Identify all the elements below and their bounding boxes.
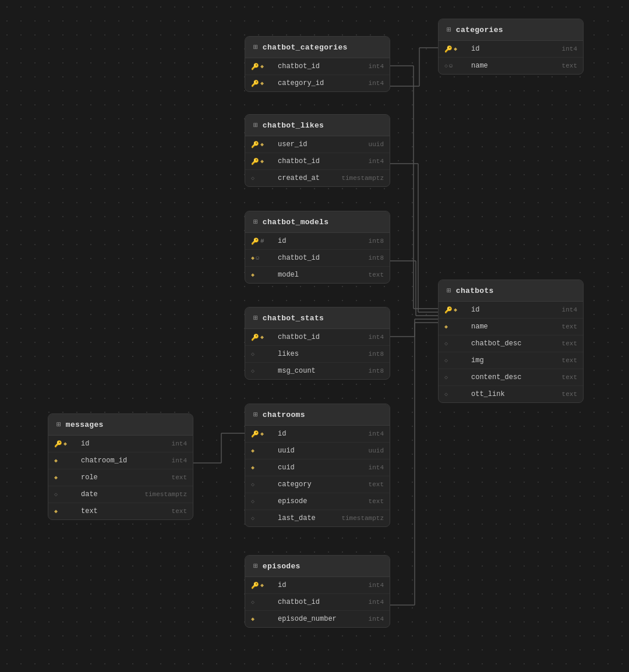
table-header-episodes: ⊞ episodes — [245, 556, 390, 577]
row-icons: ◆ — [251, 271, 274, 278]
diamond-outline-icon: ◇ — [251, 351, 255, 358]
field-type: int4 — [172, 457, 187, 464]
face-icon: ☺ — [256, 255, 259, 261]
table-row: ◇ img text — [439, 352, 583, 369]
row-icons: ◆ — [251, 616, 274, 623]
diamond-icon: ◆ — [251, 254, 255, 261]
diamond-icon: ◆ — [444, 323, 448, 330]
diamond-icon: ◆ — [54, 508, 58, 515]
diamond-outline-icon: ◇ — [251, 599, 255, 606]
field-type: timestamptz — [144, 491, 187, 498]
diamond-icon: ◆ — [454, 306, 457, 313]
table-chatbot-models: ⊞ chatbot_models 🔑 # id int8 ◆ ☺ chatbot… — [245, 211, 390, 284]
field-type: int4 — [369, 582, 384, 589]
field-type: int4 — [562, 45, 577, 52]
field-type: text — [562, 340, 577, 347]
row-icons: ◆ — [251, 447, 274, 454]
field-name: chatbot_id — [278, 62, 365, 70]
table-row: ◇ ☺ name text — [439, 58, 583, 74]
field-type: text — [562, 391, 577, 398]
field-name: chatroom_id — [81, 457, 168, 465]
diamond-outline-icon: ◇ — [444, 340, 448, 347]
field-name: name — [471, 323, 559, 331]
field-name: msg_count — [278, 367, 365, 375]
row-icons: ◇ — [444, 391, 468, 398]
field-name: role — [81, 473, 168, 482]
row-icons: 🔑 ◆ — [251, 158, 274, 165]
key-icon: 🔑 — [54, 440, 62, 448]
field-type: int4 — [562, 306, 577, 313]
table-row: ◆ episode_number int4 — [245, 611, 390, 627]
field-type: text — [562, 62, 577, 69]
field-type: text — [562, 374, 577, 381]
field-type: text — [369, 498, 384, 505]
table-name: chatbot_models — [263, 218, 328, 227]
row-icons: 🔑 ◆ — [251, 80, 274, 87]
field-name: text — [81, 507, 168, 515]
table-row: ◇ chatbot_id int4 — [245, 594, 390, 611]
table-row: ◆ model text — [245, 267, 390, 283]
table-row: ◇ category text — [245, 476, 390, 493]
diamond-outline-icon: ◇ — [251, 515, 255, 522]
table-name: episodes — [263, 562, 301, 571]
field-name: name — [471, 62, 559, 70]
table-chatbots: ⊞ chatbots 🔑 ◆ id int4 ◆ name text ◇ cha… — [438, 280, 584, 403]
table-row: ◇ content_desc text — [439, 369, 583, 386]
field-type: text — [562, 357, 577, 364]
key-icon: 🔑 — [251, 334, 259, 341]
row-icons: ◇ — [251, 599, 274, 606]
field-name: content_desc — [471, 373, 559, 381]
table-header-messages: ⊞ messages — [48, 414, 193, 436]
row-icons: ◇ — [251, 498, 274, 505]
row-icons: ◇ — [251, 367, 274, 374]
row-icons: ◆ — [54, 508, 77, 515]
hash-icon: # — [260, 238, 264, 245]
row-icons: ◇ — [251, 175, 274, 182]
field-name: uuid — [278, 447, 365, 455]
table-row: 🔑 ◆ chatbot_id int4 — [245, 58, 390, 75]
field-type: text — [172, 474, 187, 481]
field-type: int4 — [369, 158, 384, 165]
table-header-chatbot-categories: ⊞ chatbot_categories — [245, 37, 390, 58]
table-icon: ⊞ — [253, 313, 258, 323]
table-row: ◆ uuid uuid — [245, 443, 390, 459]
row-icons: 🔑 ◆ — [251, 334, 274, 341]
diamond-icon: ◆ — [260, 80, 264, 87]
field-name: id — [278, 237, 365, 245]
field-type: int4 — [369, 63, 384, 70]
field-type: timestamptz — [341, 175, 384, 182]
field-type: int8 — [369, 367, 384, 374]
field-type: int4 — [369, 464, 384, 471]
diamond-icon: ◆ — [251, 447, 255, 454]
table-icon: ⊞ — [447, 25, 451, 34]
diamond-icon: ◆ — [260, 430, 264, 437]
table-chatbot-likes: ⊞ chatbot_likes 🔑 ◆ user_id uuid 🔑 ◆ cha… — [245, 114, 390, 187]
field-type: text — [369, 271, 384, 278]
field-type: int4 — [172, 440, 187, 447]
table-row: ◇ last_date timestamptz — [245, 510, 390, 526]
key-icon: 🔑 — [251, 238, 259, 245]
diamond-outline-icon: ◇ — [251, 481, 255, 488]
table-row: 🔑 ◆ chatbot_id int4 — [245, 329, 390, 346]
table-row: ◇ ott_link text — [439, 386, 583, 402]
table-name: categories — [456, 26, 503, 34]
field-name: date — [81, 490, 141, 498]
table-row: 🔑 ◆ user_id uuid — [245, 136, 390, 153]
diamond-icon: ◆ — [251, 464, 255, 471]
table-row: ◆ name text — [439, 319, 583, 335]
table-name: chatbot_categories — [263, 43, 348, 52]
field-name: id — [471, 45, 559, 53]
diamond-outline-icon: ◇ — [444, 374, 448, 381]
row-icons: ◇ — [251, 351, 274, 358]
field-name: episode — [278, 497, 365, 505]
field-type: int4 — [369, 430, 384, 437]
field-name: cuid — [278, 464, 365, 472]
field-name: user_id — [278, 140, 365, 148]
field-name: chatbot_id — [278, 333, 365, 341]
table-row: 🔑 ◆ category_id int4 — [245, 75, 390, 91]
table-row: ◇ msg_count int8 — [245, 363, 390, 379]
table-row: 🔑 ◆ id int4 — [245, 577, 390, 594]
diamond-outline-icon: ◇ — [444, 62, 448, 69]
field-name: chatbot_id — [278, 254, 365, 262]
table-chatbot-stats: ⊞ chatbot_stats 🔑 ◆ chatbot_id int4 ◇ li… — [245, 307, 390, 380]
